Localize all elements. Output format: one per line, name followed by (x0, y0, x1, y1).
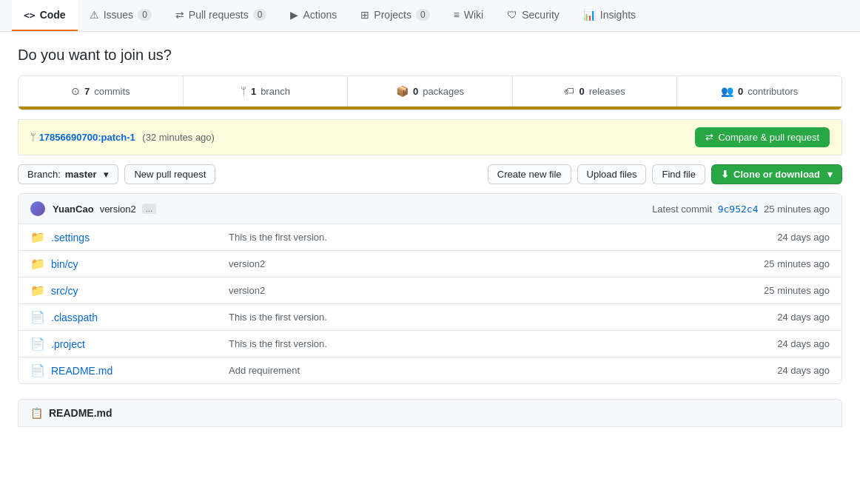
clone-or-download-label: Clone or download (733, 169, 820, 180)
file-name[interactable]: bin/cy (51, 258, 229, 270)
branch-name: master (65, 169, 97, 180)
folder-icon: 📁 (30, 284, 45, 297)
issues-badge: 0 (138, 9, 152, 21)
security-icon: 🛡 (507, 9, 517, 21)
file-name[interactable]: .settings (51, 232, 229, 243)
branch-icon: ᛘ (241, 85, 246, 97)
commit-meta: Latest commit 9c952c4 25 minutes ago (652, 204, 830, 215)
file-message: This is the first version. (229, 312, 777, 323)
compare-icon: ⇄ (705, 132, 713, 143)
readme-label: README.md (49, 407, 112, 419)
stats-bar: ⊙ 7 commits ᛘ 1 branch 📦 0 packages 🏷 0 … (18, 75, 842, 110)
compare-label: Compare & pull request (718, 132, 819, 143)
commit-more[interactable]: ... (142, 204, 156, 214)
commits-stat[interactable]: ⊙ 7 commits (19, 76, 184, 106)
folder-icon: 📁 (30, 283, 45, 298)
push-time: (32 minutes ago) (142, 132, 215, 143)
table-row: 📁 src/cy version2 25 minutes ago (19, 278, 841, 304)
create-new-file-label: Create new file (497, 169, 562, 180)
file-message: Add requirement (229, 365, 777, 376)
packages-label: packages (423, 86, 464, 97)
tab-insights[interactable]: 📊 Insights (571, 0, 648, 31)
commit-message: version2 (100, 204, 136, 215)
table-row: 📁 .settings This is the first version. 2… (19, 224, 841, 251)
tab-projects[interactable]: ⊞ Projects 0 (349, 0, 441, 31)
tab-pull-requests[interactable]: ⇄ Pull requests 0 (164, 0, 279, 31)
commit-time: 25 minutes ago (764, 204, 830, 215)
tab-code[interactable]: <> Code (12, 0, 78, 31)
file-time: 24 days ago (777, 338, 830, 349)
file-table: YuanCao version2 ... Latest commit 9c952… (18, 193, 842, 384)
tab-code-label: Code (40, 9, 66, 21)
tab-actions[interactable]: ▶ Actions (278, 0, 349, 31)
table-row: 📄 .project This is the first version. 24… (19, 331, 841, 357)
toolbar: Branch: master New pull request Create n… (18, 164, 842, 184)
file-time: 24 days ago (777, 365, 830, 376)
clone-icon: ⬇ (721, 169, 729, 180)
packages-stat[interactable]: 📦 0 packages (348, 76, 513, 106)
commits-count: 7 (84, 86, 90, 97)
tab-wiki[interactable]: ≡ Wiki (442, 0, 496, 31)
avatar (30, 201, 45, 216)
file-time: 24 days ago (777, 312, 830, 323)
page-title: Do you want to join us? (18, 47, 842, 64)
new-pull-request-button[interactable]: New pull request (124, 164, 215, 184)
packages-icon: 📦 (396, 85, 409, 97)
readme-header: 📋 README.md (18, 399, 842, 427)
file-name[interactable]: src/cy (51, 285, 229, 297)
tab-security[interactable]: 🛡 Security (495, 0, 571, 31)
push-notice: ᛘ 17856690700:patch-1 (32 minutes ago) ⇄… (18, 119, 842, 155)
tab-issues-label: Issues (104, 9, 133, 21)
file-message: version2 (229, 258, 764, 269)
commit-sha[interactable]: 9c952c4 (718, 204, 759, 215)
nav-tabs: <> Code ⚠ Issues 0 ⇄ Pull requests 0 ▶ A… (0, 0, 860, 32)
commits-icon: ⊙ (71, 85, 80, 97)
contributors-icon: 👥 (721, 85, 733, 97)
file-icon: 📄 (30, 337, 45, 351)
file-name[interactable]: README.md (51, 365, 229, 377)
contributors-stat[interactable]: 👥 0 contributors (677, 76, 841, 106)
code-icon: <> (24, 10, 36, 21)
create-new-file-button[interactable]: Create new file (488, 164, 571, 184)
file-icon: 📄 (30, 311, 45, 323)
find-file-label: Find file (662, 169, 696, 180)
file-name[interactable]: .project (51, 338, 229, 350)
table-row: 📄 README.md Add requirement 24 days ago (19, 357, 841, 383)
releases-stat[interactable]: 🏷 0 releases (513, 76, 678, 106)
branch-label: Branch: (27, 169, 61, 180)
upload-files-button[interactable]: Upload files (577, 164, 647, 184)
find-file-button[interactable]: Find file (652, 164, 705, 184)
latest-commit-label: Latest commit (652, 204, 712, 215)
tab-issues[interactable]: ⚠ Issues 0 (78, 0, 164, 31)
file-icon: 📄 (30, 310, 45, 324)
table-row: 📁 bin/cy version2 25 minutes ago (19, 251, 841, 278)
insights-icon: 📊 (583, 9, 596, 21)
tab-wiki-label: Wiki (464, 9, 483, 21)
actions-icon: ▶ (290, 9, 298, 21)
file-time: 24 days ago (777, 232, 830, 243)
file-message: version2 (229, 285, 764, 296)
branch-selector[interactable]: Branch: master (18, 164, 118, 184)
file-icon: 📄 (30, 364, 45, 377)
tab-security-label: Security (522, 9, 560, 21)
tab-pull-requests-label: Pull requests (189, 9, 249, 21)
language-bar (19, 107, 841, 110)
commit-header: YuanCao version2 ... Latest commit 9c952… (19, 194, 841, 224)
file-name[interactable]: .classpath (51, 312, 229, 323)
compare-pull-request-button[interactable]: ⇄ Compare & pull request (695, 127, 830, 147)
tab-projects-label: Projects (374, 9, 411, 21)
branches-count: 1 (251, 86, 256, 97)
push-branch-name: 17856690700:patch-1 (39, 132, 135, 143)
projects-badge: 0 (416, 9, 430, 21)
file-message: This is the first version. (229, 232, 777, 243)
tab-insights-label: Insights (600, 9, 636, 21)
clone-or-download-button[interactable]: ⬇ Clone or download (711, 164, 842, 184)
contributors-label: contributors (748, 86, 798, 97)
issues-icon: ⚠ (90, 9, 99, 21)
commits-label: commits (94, 86, 130, 97)
folder-icon: 📁 (30, 230, 45, 244)
table-row: 📄 .classpath This is the first version. … (19, 304, 841, 331)
branches-stat[interactable]: ᛘ 1 branch (184, 76, 349, 106)
tab-actions-label: Actions (303, 9, 337, 21)
contributors-count: 0 (738, 86, 743, 97)
